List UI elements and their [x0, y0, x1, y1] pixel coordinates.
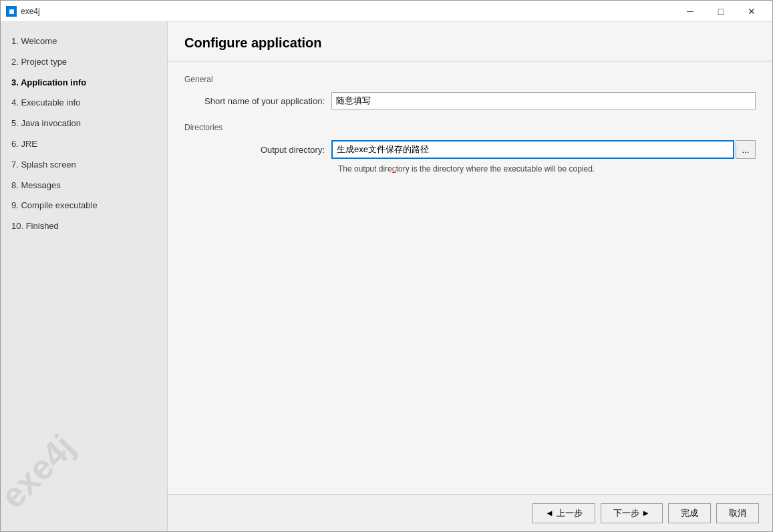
app-icon: ▣ [6, 6, 17, 17]
short-name-label: Short name of your application: [184, 96, 331, 106]
sidebar-item-java-invocation[interactable]: 5. Java invocation [7, 114, 160, 134]
watermark: exe4j [1, 427, 82, 516]
sidebar-item-project-type[interactable]: 2. Project type [7, 53, 160, 72]
browse-button[interactable]: ... [736, 140, 756, 159]
footer: ◄ 上一步 下一步 ► 完成 取消 [168, 494, 772, 531]
content-area: Configure application General Short name… [168, 22, 772, 531]
short-name-row: Short name of your application: [184, 92, 756, 109]
cancel-button[interactable]: 取消 [716, 503, 759, 523]
page-title: Configure application [184, 35, 322, 50]
general-section: General Short name of your application: [184, 75, 756, 109]
sidebar-item-messages[interactable]: 8. Messages [7, 176, 160, 196]
title-bar: ▣ exe4j ─ □ ✕ [1, 1, 772, 22]
general-section-label: General [184, 75, 756, 84]
maximize-button[interactable]: □ [706, 1, 736, 22]
hint-highlight: c [392, 164, 396, 174]
sidebar-item-welcome[interactable]: 1. Welcome [7, 32, 160, 51]
main-content: 1. Welcome 2. Project type 3. Applicatio… [1, 22, 772, 531]
directories-section-label: Directories [184, 123, 756, 132]
directories-section: Directories Output directory: ... The ou… [184, 123, 756, 174]
sidebar-item-finished[interactable]: 10. Finished [7, 217, 160, 236]
output-dir-label: Output directory: [184, 145, 331, 155]
content-header: Configure application [168, 22, 772, 61]
content-body: General Short name of your application: … [168, 61, 772, 494]
window-title: exe4j [21, 7, 675, 16]
minimize-button[interactable]: ─ [675, 1, 706, 22]
finish-button[interactable]: 完成 [668, 503, 711, 523]
next-button[interactable]: 下一步 ► [601, 503, 663, 523]
short-name-input[interactable] [331, 92, 756, 109]
sidebar: 1. Welcome 2. Project type 3. Applicatio… [1, 22, 168, 531]
sidebar-item-splash-screen[interactable]: 7. Splash screen [7, 156, 160, 175]
sidebar-item-jre[interactable]: 6. JRE [7, 135, 160, 154]
output-dir-input[interactable] [331, 140, 734, 159]
close-button[interactable]: ✕ [736, 1, 767, 22]
sidebar-item-executable-info[interactable]: 4. Executable info [7, 93, 160, 113]
hint-text: The output directory is the directory wh… [338, 164, 756, 174]
main-window: ▣ exe4j ─ □ ✕ 1. Welcome 2. Project type… [0, 0, 773, 532]
window-controls: ─ □ ✕ [675, 1, 767, 22]
sidebar-item-compile-executable[interactable]: 9. Compile executable [7, 196, 160, 216]
output-dir-row: Output directory: ... [184, 140, 756, 159]
prev-button[interactable]: ◄ 上一步 [532, 503, 595, 523]
sidebar-item-application-info[interactable]: 3. Application info [7, 73, 160, 93]
